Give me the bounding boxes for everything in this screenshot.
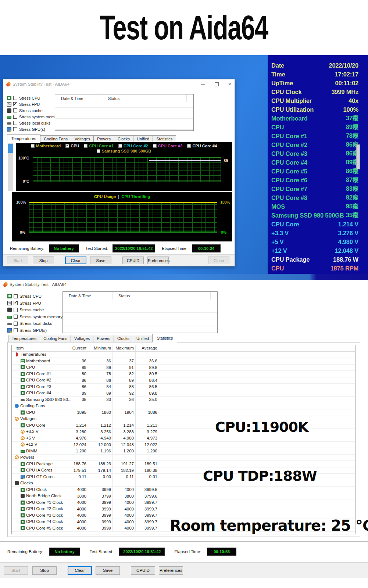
stress-option[interactable]: Stress GPU(s) (7, 327, 62, 334)
tab[interactable]: Temperatures (8, 335, 40, 343)
titlebar[interactable]: System Stability Test - AIDA64 (0, 280, 368, 289)
window-button[interactable]: CPUID (131, 566, 155, 575)
stress-option-icon (7, 96, 11, 100)
stats-current: 4.970 (71, 435, 88, 441)
legend-item[interactable]: CPU Core #4 (187, 144, 217, 148)
window-button[interactable]: Start (7, 257, 28, 264)
window-button[interactable]: Preferences (147, 257, 169, 264)
window-button[interactable]: Clear (65, 257, 86, 264)
sensor-panel-scrollbar[interactable] (356, 144, 360, 169)
stress-option[interactable]: Stress FPU (7, 101, 60, 107)
minimize-icon[interactable] (201, 84, 205, 85)
legend-item[interactable]: CPU Core #3 (153, 144, 183, 148)
stress-checkbox[interactable] (13, 121, 17, 125)
stress-option[interactable]: Stress system memory (7, 313, 62, 320)
stress-option[interactable]: Stress system memory (7, 114, 60, 120)
tab[interactable]: Unified (133, 335, 153, 343)
stats-row[interactable]: +5 V 4.970 4.940 4.980 4.973 (12, 435, 355, 442)
window-button[interactable]: Stop (32, 566, 57, 575)
window-button[interactable]: Preferences (159, 566, 183, 575)
statistics-table[interactable]: Item Current Minimum Maximum Average Tem… (11, 345, 356, 534)
stress-option[interactable]: Stress cache (7, 107, 60, 114)
stats-row[interactable]: Powers (12, 455, 355, 461)
stress-checkbox[interactable] (14, 294, 18, 298)
stats-average: 80.5 (136, 371, 159, 377)
stress-option[interactable]: Stress local disks (7, 120, 60, 126)
graphs-scrollbar-thumb[interactable] (8, 144, 13, 153)
window-button[interactable]: Clear (68, 566, 92, 575)
stats-row[interactable]: CPU 1895 1860 1904 1886 (12, 409, 355, 416)
legend-checkbox[interactable] (153, 144, 157, 148)
tab[interactable]: Cooling Fans (40, 335, 71, 343)
usage-graph-title: CPU Usage | CPU Throttling (12, 194, 232, 199)
stress-checkbox[interactable] (14, 315, 18, 319)
window-button[interactable]: Save (90, 257, 111, 264)
stats-item-cell: Cooling Fans (12, 403, 71, 409)
stats-row[interactable]: Motherboard 36 36 37 36.6 (12, 358, 355, 365)
stress-checkbox[interactable] (14, 308, 18, 312)
stats-row[interactable]: CPU Core #2 Clock 4000 3999 4000 3999.7 (12, 506, 355, 513)
stress-checkbox[interactable] (13, 115, 17, 119)
stress-checkbox[interactable] (13, 96, 17, 100)
window-button[interactable]: Stop (33, 257, 54, 264)
legend-item[interactable]: CPU Core #2 (118, 144, 148, 148)
close-icon[interactable]: × (228, 82, 231, 86)
titlebar[interactable]: System Stability Test - AIDA64 × (3, 79, 235, 89)
stats-row[interactable]: DIMM 1.200 1.196 1.200 1.200 (12, 448, 355, 455)
stress-checkbox[interactable] (14, 301, 18, 305)
stats-row[interactable]: Cooling Fans (12, 403, 355, 410)
stress-checkbox[interactable] (13, 102, 17, 106)
window-button[interactable]: Start (4, 566, 28, 575)
stats-row[interactable]: CPU Core #3 86 84 88 86.5 (12, 384, 355, 390)
stress-option[interactable]: Stress local disks (7, 320, 62, 327)
window-title: System Stability Test - AIDA64 (10, 282, 67, 287)
stats-row[interactable]: CPU Core #4 89 89 92 89.8 (12, 390, 355, 397)
stats-row[interactable]: CPU Core #1 80 78 82 80.5 (12, 371, 355, 377)
tab[interactable]: Powers (93, 335, 114, 343)
stress-checkbox[interactable] (14, 322, 18, 326)
legend-checkbox[interactable] (31, 144, 35, 148)
tab[interactable]: Temperatures (7, 134, 40, 143)
stress-checkbox[interactable] (13, 108, 17, 112)
legend-item[interactable]: Motherboard (31, 144, 61, 148)
stress-option[interactable]: Stress GPU(s) (7, 126, 60, 132)
window-button[interactable]: CPUID (122, 257, 144, 264)
stats-row[interactable]: North Bridge Clock 3800 3799 3800 3799.6 (12, 493, 355, 500)
stress-option[interactable]: Stress CPU (7, 95, 60, 101)
legend-checkbox[interactable] (187, 144, 191, 148)
stats-row[interactable]: Temperatures (12, 352, 355, 358)
maximize-icon[interactable] (215, 82, 219, 86)
stats-row[interactable]: CPU Clock 4000 3999 4000 3999.5 (12, 487, 355, 493)
stats-row[interactable]: CPU Core #1 Clock 4000 3999 4000 3999.7 (12, 499, 355, 506)
event-log-list[interactable]: Date & Time Status (62, 291, 218, 333)
stats-row[interactable]: CPU Package 188.76 188.23 191.27 189.51 (12, 461, 355, 467)
tab[interactable]: Clocks (114, 335, 133, 343)
legend-checkbox[interactable] (118, 144, 122, 148)
window-button[interactable]: Save (96, 566, 120, 575)
stress-option[interactable]: Stress CPU (7, 293, 62, 300)
stress-checkbox[interactable] (14, 328, 18, 332)
graphs-scrollbar[interactable] (8, 142, 13, 191)
legend-item[interactable]: CPU (65, 144, 79, 148)
legend-checkbox[interactable] (97, 149, 100, 153)
stats-row[interactable]: Samsung SSD 980 50... 35 33 36 35.0 (12, 397, 355, 403)
window-button[interactable]: Close (208, 257, 229, 264)
stats-row[interactable]: CPU Core #2 86 86 89 86.4 (12, 377, 355, 384)
stress-option-icon (7, 116, 11, 119)
legend-checkbox[interactable] (65, 144, 69, 148)
event-log-list[interactable]: Date & Time Status (55, 94, 194, 131)
legend-item[interactable]: Samsung SSD 980 500GB (97, 149, 151, 153)
titlebar-buttons: × (201, 82, 231, 86)
stats-item-icon (16, 352, 18, 356)
stress-checkbox[interactable] (13, 127, 17, 131)
legend-checkbox[interactable] (84, 144, 87, 148)
legend-label: Motherboard (36, 144, 61, 148)
stress-option[interactable]: Stress FPU (7, 300, 62, 307)
stats-row[interactable]: +12 V 12.024 12.000 12.048 12.022 (12, 442, 355, 448)
stress-option[interactable]: Stress cache (7, 306, 62, 313)
legend-item[interactable]: CPU Core #1 (84, 144, 114, 148)
stats-row[interactable]: CPU 89 89 91 89.8 (12, 365, 355, 371)
tab[interactable]: Statistics (152, 334, 177, 343)
tab[interactable]: Voltages (71, 335, 93, 343)
stress-option-label: Stress FPU (19, 102, 40, 107)
